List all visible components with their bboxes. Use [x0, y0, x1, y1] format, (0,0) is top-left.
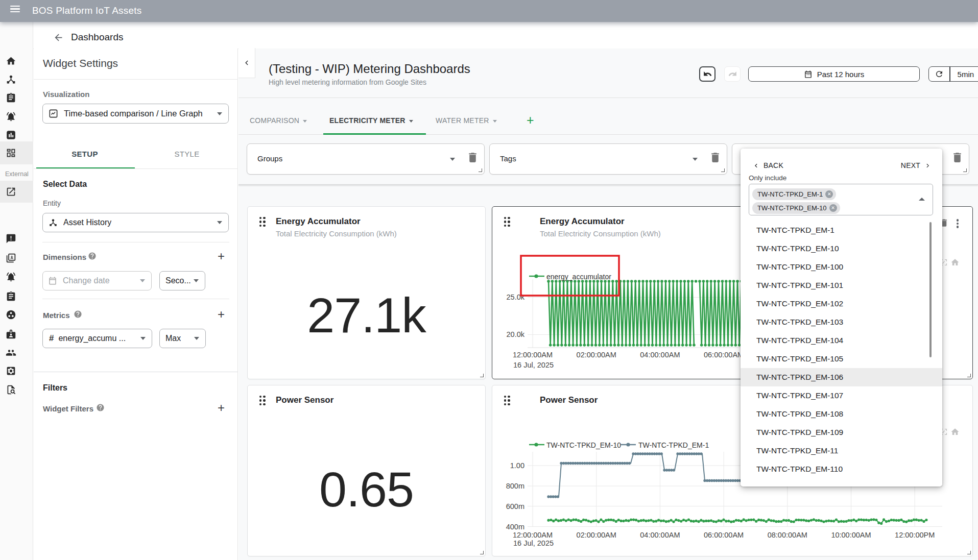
- svg-text:16 Jul, 2025: 16 Jul, 2025: [513, 361, 554, 369]
- svg-text:06:00:00AM: 06:00:00AM: [704, 531, 744, 539]
- svg-text:02:00:00AM: 02:00:00AM: [577, 531, 616, 539]
- svg-text:energy_accumulator: energy_accumulator: [546, 273, 611, 281]
- svg-text:12:00:00PM: 12:00:00PM: [895, 531, 935, 539]
- svg-text:800m: 800m: [506, 482, 524, 490]
- svg-text:600m: 600m: [506, 502, 524, 510]
- svg-text:04:00:00AM: 04:00:00AM: [640, 531, 680, 539]
- svg-text:12:00:00AM: 12:00:00AM: [513, 531, 553, 539]
- svg-text:12:00:00AM: 12:00:00AM: [513, 351, 553, 359]
- svg-text:TW-NTC-TPKD_EM-1: TW-NTC-TPKD_EM-1: [638, 441, 709, 449]
- svg-text:06:00:00AM: 06:00:00AM: [704, 351, 744, 359]
- svg-text:04:00:00AM: 04:00:00AM: [640, 351, 680, 359]
- svg-text:16 Jul, 2025: 16 Jul, 2025: [513, 539, 554, 547]
- svg-text:10:00:00AM: 10:00:00AM: [831, 531, 871, 539]
- svg-text:TW-NTC-TPKD_EM-10: TW-NTC-TPKD_EM-10: [546, 441, 621, 449]
- svg-text:08:00:00AM: 08:00:00AM: [768, 531, 807, 539]
- svg-text:20.0k: 20.0k: [507, 330, 525, 338]
- svg-text:25.0k: 25.0k: [507, 293, 525, 301]
- svg-text:02:00:00AM: 02:00:00AM: [577, 351, 616, 359]
- svg-text:1.00: 1.00: [510, 461, 524, 470]
- svg-text:400m: 400m: [506, 523, 524, 531]
